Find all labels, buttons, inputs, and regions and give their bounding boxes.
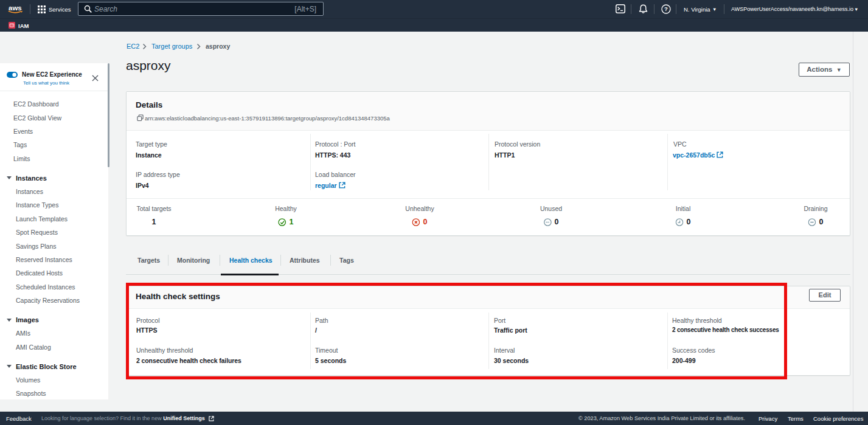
svg-text:?: ? bbox=[664, 5, 668, 12]
svg-text:aws: aws bbox=[9, 4, 22, 12]
